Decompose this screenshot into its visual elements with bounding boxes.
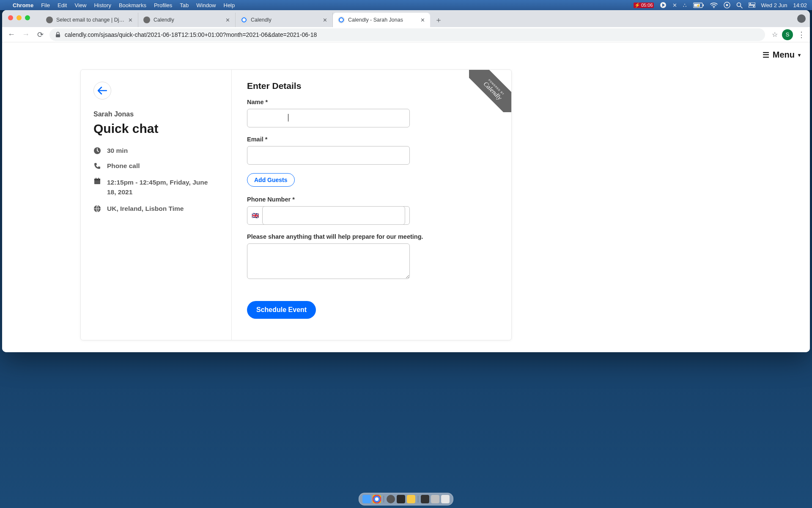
menubar-item-help[interactable]: Help (224, 2, 235, 8)
page-menu-label: Menu (773, 50, 795, 60)
svg-rect-14 (56, 34, 60, 37)
phone-input-group: 🇬🇧 (247, 206, 410, 225)
name-input[interactable] (247, 109, 410, 127)
address-bar[interactable]: calendly.com/sjsaas/quick-chat/2021-06-1… (49, 28, 765, 41)
menubar-item-history[interactable]: History (94, 2, 111, 8)
close-tab-icon[interactable]: ✕ (128, 17, 133, 23)
dock-app[interactable] (407, 495, 415, 503)
dock-app[interactable] (387, 495, 395, 503)
favicon-icon (338, 17, 345, 23)
text-cursor-icon (288, 114, 288, 121)
phone-input[interactable] (262, 206, 405, 225)
close-tab-icon[interactable]: ✕ (323, 17, 327, 23)
back-button[interactable]: ← (6, 30, 16, 39)
location-text: Phone call (107, 162, 140, 170)
control-center-icon[interactable] (724, 2, 730, 8)
close-window-button[interactable] (8, 15, 13, 20)
browser-toolbar: ← → ⟳ calendly.com/sjsaas/quick-chat/202… (2, 27, 810, 42)
reload-button[interactable]: ⟳ (35, 30, 45, 39)
email-input[interactable] (247, 146, 410, 165)
new-tab-button[interactable]: ＋ (433, 14, 444, 26)
calendar-icon (93, 177, 102, 185)
status-icon-2[interactable]: ✕ (672, 2, 677, 8)
page-menu-button[interactable]: ☰ Menu ▾ (763, 50, 801, 60)
menubar-time[interactable]: 14:02 (793, 2, 807, 8)
hamburger-icon: ☰ (763, 50, 769, 60)
dock-app-chrome[interactable] (373, 495, 381, 503)
back-button[interactable] (93, 82, 111, 99)
country-flag-icon[interactable]: 🇬🇧 (252, 212, 259, 219)
favicon-icon (46, 17, 53, 23)
svg-rect-10 (749, 3, 755, 5)
tab-title: Select email to change | Django (56, 17, 125, 23)
battery-time-indicator[interactable]: ⚡05:06 (634, 3, 654, 8)
dock-separator (384, 496, 384, 502)
svg-rect-19 (98, 178, 99, 179)
add-guests-button[interactable]: Add Guests (247, 173, 295, 187)
svg-point-12 (749, 3, 751, 4)
tab-overflow-icon[interactable] (797, 14, 806, 23)
wifi-icon[interactable] (710, 3, 718, 8)
notes-input[interactable] (247, 243, 410, 279)
menubar-item-view[interactable]: View (74, 2, 86, 8)
clock-icon (93, 147, 102, 155)
phone-label: Phone Number * (247, 196, 496, 203)
browser-tab[interactable]: Calendly ✕ (236, 13, 333, 27)
tab-title: Calendly - Sarah Jonas (348, 17, 417, 23)
svg-rect-18 (96, 178, 96, 179)
menubar-item-window[interactable]: Window (196, 2, 216, 8)
profile-avatar[interactable]: S (782, 29, 793, 40)
battery-icon[interactable]: ⚡ (693, 3, 704, 8)
fullscreen-window-button[interactable] (25, 15, 30, 20)
tab-strip: Select email to change | Django ✕ Calend… (2, 10, 810, 27)
browser-tab[interactable]: Calendly ✕ (138, 13, 236, 27)
dock-app[interactable] (397, 495, 405, 503)
menubar-item-file[interactable]: File (41, 2, 50, 8)
name-label: Name * (247, 99, 496, 105)
svg-line-9 (741, 6, 742, 8)
favicon-icon (143, 17, 150, 23)
macos-dock (359, 493, 453, 505)
svg-point-13 (753, 6, 754, 7)
booking-card: Sarah Jonas Quick chat 30 min Phone call (80, 69, 512, 340)
menubar-app-name[interactable]: Chrome (13, 2, 33, 8)
browser-tab[interactable]: Select email to change | Django ✕ (41, 13, 138, 27)
tab-title: Calendly (154, 17, 222, 23)
close-tab-icon[interactable]: ✕ (420, 17, 425, 23)
bookmark-star-icon[interactable]: ☆ (772, 30, 778, 39)
menubar-date[interactable]: Wed 2 Jun (761, 2, 787, 8)
dock-app[interactable] (431, 495, 439, 503)
svg-point-5 (713, 7, 714, 8)
url-text: calendly.com/sjsaas/quick-chat/2021-06-1… (65, 31, 317, 38)
dock-app-trash[interactable] (441, 495, 450, 503)
menubar-item-bookmarks[interactable]: Bookmarks (119, 2, 146, 8)
svg-text:⚡: ⚡ (696, 3, 700, 8)
page-content: ☰ Menu ▾ Sarah Jonas Quick chat 30 min (2, 42, 810, 352)
menubar-item-profiles[interactable]: Profiles (154, 2, 172, 8)
control-center-icon-2[interactable] (749, 3, 755, 8)
favicon-icon (241, 17, 247, 23)
window-controls (8, 15, 30, 20)
form-heading: Enter Details (247, 81, 496, 91)
close-tab-icon[interactable]: ✕ (225, 17, 230, 23)
chrome-menu-icon[interactable]: ⋮ (797, 30, 806, 39)
schedule-event-button[interactable]: Schedule Event (247, 301, 316, 319)
host-name: Sarah Jonas (93, 110, 219, 118)
macos-menubar: Chrome File Edit View History Bookmarks … (0, 0, 812, 10)
lock-icon (55, 32, 60, 38)
dock-app[interactable] (421, 495, 429, 503)
spotlight-icon[interactable] (736, 2, 743, 8)
timezone-text: UK, Ireland, Lisbon Time (107, 205, 184, 213)
menubar-item-edit[interactable]: Edit (58, 2, 67, 8)
forward-button[interactable]: → (21, 30, 31, 39)
browser-tab-active[interactable]: Calendly - Sarah Jonas ✕ (333, 13, 430, 27)
dock-separator (418, 496, 418, 502)
notes-label: Please share anything that will help pre… (247, 233, 496, 240)
menubar-item-tab[interactable]: Tab (180, 2, 189, 8)
tab-title: Calendly (251, 17, 319, 23)
svg-rect-17 (94, 179, 100, 180)
minimize-window-button[interactable] (16, 15, 22, 20)
dock-app-finder[interactable] (362, 495, 371, 503)
status-icon-3[interactable]: ∴ (683, 2, 687, 8)
status-icon[interactable] (660, 2, 667, 8)
